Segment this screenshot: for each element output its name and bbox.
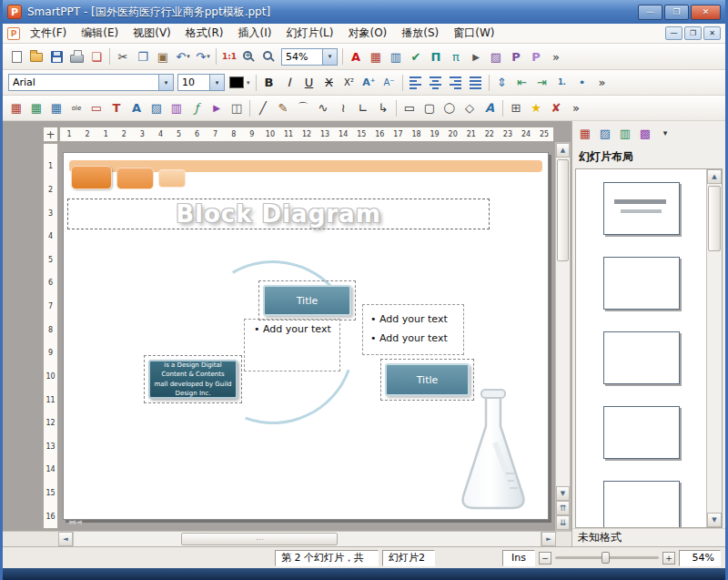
connector-arrow-button[interactable]: ↳ — [373, 98, 393, 118]
font-size-caret-icon[interactable] — [209, 75, 224, 90]
cut-button[interactable]: ✂ — [113, 46, 133, 66]
diamond-button[interactable]: ◇ — [460, 98, 480, 118]
insert-symbol-button[interactable]: π — [446, 46, 466, 66]
slide-layout-button[interactable]: ▥ — [616, 124, 634, 142]
overflow-button[interactable]: » — [566, 98, 586, 118]
insert-formula-button[interactable]: Π — [426, 46, 446, 66]
horizontal-scroll-thumb[interactable] — [181, 533, 338, 545]
insert-table-button[interactable]: ▦ — [6, 98, 26, 118]
panel-scroll-thumb[interactable] — [708, 186, 721, 251]
export-pdf-button[interactable]: ❏ — [86, 46, 106, 66]
paste-button[interactable]: ▣ — [153, 46, 173, 66]
copy-button[interactable]: ❐ — [133, 46, 153, 66]
mdi-minimize-button[interactable]: — — [665, 26, 682, 40]
pen-button[interactable]: ✎ — [273, 98, 293, 118]
zoom-dropdown-caret-icon[interactable] — [322, 49, 337, 65]
menu-item[interactable]: 插入(I) — [231, 24, 279, 43]
zoom-slider-track[interactable] — [555, 556, 659, 559]
html-frame-button[interactable]: ◫ — [227, 98, 247, 118]
right-text-box[interactable]: • Add your text • Add your text — [362, 304, 464, 355]
zoom-actual-button[interactable]: 1:1 — [219, 46, 239, 66]
menu-item[interactable]: 窗口(W) — [446, 24, 501, 43]
rounded-rectangle-button[interactable]: ▢ — [420, 98, 440, 118]
close-button[interactable]: ✕ — [691, 5, 721, 20]
undo-button[interactable]: ↶ — [173, 46, 193, 66]
insert-chart-button[interactable]: ▥ — [386, 46, 406, 66]
favorites-button[interactable]: ★ — [526, 98, 546, 118]
wordart-frame-button[interactable]: A — [126, 98, 147, 118]
slide-header-tab-2[interactable] — [116, 168, 154, 189]
font-color-picker[interactable] — [227, 73, 253, 93]
more-caret-button[interactable]: ▾ — [656, 124, 674, 142]
rectangle-button[interactable]: ▭ — [399, 98, 420, 118]
font-size-combobox[interactable]: 10 — [177, 74, 225, 91]
center-text-box[interactable]: • Add your text — [244, 319, 340, 371]
next-slide-icon[interactable] — [69, 517, 76, 526]
mdi-restore-button[interactable]: ❐ — [684, 26, 702, 40]
menu-item[interactable]: 文件(F) — [23, 24, 74, 43]
menu-item[interactable]: 格式(R) — [178, 24, 231, 43]
media-frame-button[interactable]: ▶ — [207, 98, 227, 118]
arc-button[interactable]: ⌒ — [293, 98, 313, 118]
ellipse-button[interactable]: ◯ — [440, 98, 460, 118]
slide-color-scheme-button[interactable]: ▨ — [596, 124, 614, 142]
superscript-button[interactable]: X² — [339, 73, 359, 93]
layout-thumbnail[interactable] — [603, 331, 680, 384]
right-text-line-1[interactable]: • Add your text — [370, 310, 461, 329]
scroll-down-button[interactable] — [556, 486, 570, 501]
restore-button[interactable]: ❐ — [664, 5, 689, 20]
zoom-out-button[interactable] — [539, 552, 551, 565]
formula-frame-button[interactable]: ƒ — [187, 98, 207, 118]
slide-design-button[interactable]: ▦ — [576, 124, 594, 142]
numbered-list-button[interactable]: 1. — [552, 73, 572, 93]
zoom-in-button[interactable] — [239, 46, 259, 66]
zoom-slider-thumb[interactable] — [602, 552, 610, 564]
line-button[interactable]: ╱ — [253, 98, 273, 118]
align-right-button[interactable] — [446, 73, 466, 93]
layout-thumbnail[interactable] — [603, 182, 680, 235]
bold-button[interactable]: B — [259, 73, 279, 93]
menu-item[interactable]: 幻灯片(L) — [278, 24, 340, 43]
strikethrough-button[interactable]: X — [319, 73, 339, 93]
overflow-button[interactable]: » — [546, 46, 566, 66]
polyline-button[interactable]: ≀ — [333, 98, 353, 118]
align-center-button[interactable] — [426, 73, 446, 93]
italic-button[interactable]: I — [279, 73, 299, 93]
insert-media-button[interactable]: ▶ — [466, 46, 486, 66]
slide-header-tab-1[interactable] — [71, 166, 112, 189]
wordart-button[interactable]: A — [480, 98, 500, 118]
flask-image[interactable] — [453, 386, 533, 515]
zoom-tool-button[interactable] — [259, 46, 279, 66]
mdi-close-button[interactable]: ✕ — [703, 26, 721, 40]
slide-title-placeholder[interactable]: Block Diagram — [67, 198, 490, 229]
layout-thumbnail[interactable] — [603, 481, 680, 527]
new-document-button[interactable] — [6, 46, 26, 66]
presentation-settings-button[interactable]: P — [526, 46, 546, 66]
horizontal-scroll-track[interactable] — [73, 532, 541, 546]
zoom-combobox[interactable]: 54% — [281, 48, 338, 66]
vertical-scroll-track[interactable] — [556, 158, 570, 486]
presentation-mode-button[interactable]: P — [506, 46, 526, 66]
color-caret-icon[interactable] — [247, 79, 250, 86]
menu-item[interactable]: 视图(V) — [126, 24, 178, 43]
right-text-line-2[interactable]: • Add your text — [370, 329, 461, 348]
center-text[interactable]: • Add your text — [254, 323, 331, 335]
connector-button[interactable]: ∟ — [353, 98, 373, 118]
underline-button[interactable]: U — [299, 73, 319, 93]
bullet-list-button[interactable]: • — [572, 73, 592, 93]
info-box[interactable]: is a Design Digital Content & Contents m… — [148, 360, 238, 399]
insert-image-button[interactable]: ▨ — [486, 46, 506, 66]
indent-increase-button[interactable]: ⇥ — [532, 73, 552, 93]
table-style-button[interactable]: ▦ — [26, 98, 46, 118]
spell-check-button[interactable]: ✔ — [406, 46, 426, 66]
slide-transition-button[interactable]: ▩ — [636, 124, 654, 142]
font-increase-button[interactable]: A⁺ — [359, 73, 379, 93]
font-decrease-button[interactable]: A⁻ — [379, 73, 399, 93]
text-frame-button[interactable]: T — [106, 98, 126, 118]
panel-scroll-track[interactable] — [707, 184, 722, 513]
position-size-button[interactable]: ⊞ — [506, 98, 526, 118]
menu-item[interactable]: 播放(S) — [394, 24, 446, 43]
format-eraser-button[interactable]: ✘ — [546, 98, 566, 118]
minimize-button[interactable]: — — [638, 5, 662, 20]
insert-table-button[interactable]: ▦ — [366, 46, 386, 66]
